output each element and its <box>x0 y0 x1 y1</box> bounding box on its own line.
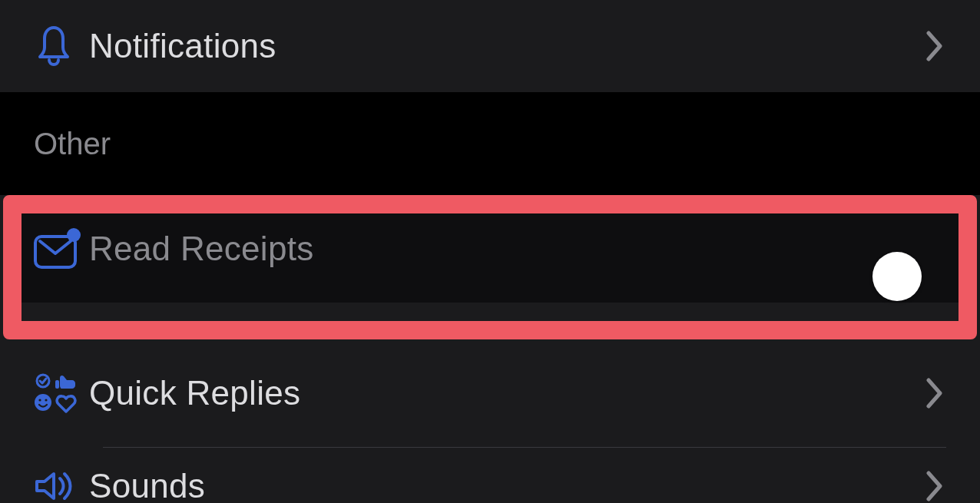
settings-row-notifications[interactable]: Notifications <box>0 0 980 92</box>
section-header-label: Other <box>34 127 111 161</box>
settings-row-quick-replies[interactable]: Quick Replies <box>0 339 980 447</box>
chevron-right-icon <box>926 31 943 61</box>
svg-rect-3 <box>55 380 59 389</box>
envelope-unread-icon <box>34 227 89 270</box>
svg-point-1 <box>67 228 81 242</box>
chevron-right-icon <box>926 378 943 409</box>
chevron-right-icon <box>926 471 943 501</box>
read-receipts-label: Read Receipts <box>89 230 314 268</box>
speaker-icon <box>34 468 89 503</box>
sounds-label: Sounds <box>89 467 205 503</box>
notifications-label: Notifications <box>89 27 276 65</box>
reactions-icon <box>34 373 89 413</box>
settings-row-sounds[interactable]: Sounds <box>0 448 980 503</box>
section-header-other: Other <box>0 92 980 177</box>
highlighted-read-receipts: Read Receipts <box>0 195 980 339</box>
bell-icon <box>34 25 89 68</box>
svg-point-5 <box>38 399 41 401</box>
quick-replies-label: Quick Replies <box>89 374 300 412</box>
settings-row-read-receipts[interactable]: Read Receipts <box>22 195 958 303</box>
svg-point-6 <box>45 399 47 401</box>
svg-point-4 <box>35 394 51 411</box>
